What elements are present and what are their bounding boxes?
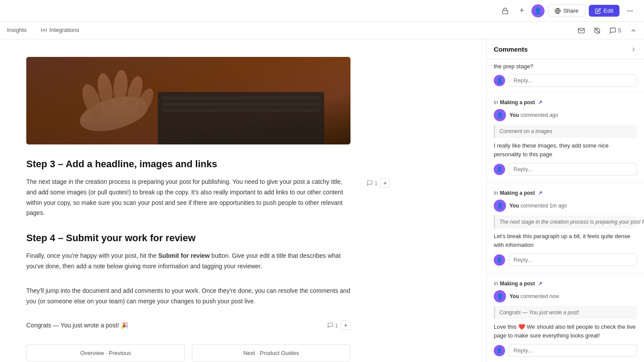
thread2-reply-row: 👤	[494, 253, 637, 266]
more-button[interactable]	[623, 4, 637, 18]
integrations-nav[interactable]: Integrations	[34, 22, 86, 39]
integrations-icon	[41, 27, 47, 33]
nav-right-actions: 5	[574, 24, 644, 38]
comment-thread-partial: the prep stage? 👤	[487, 60, 644, 92]
step4-body1-text: Finally, once you're happy with your pos…	[26, 252, 156, 259]
comment-count-badge[interactable]: 5	[606, 25, 625, 36]
congrats-comment-count: 1	[335, 322, 338, 329]
partial-comment-body: the prep stage?	[494, 63, 637, 70]
comment-bubble-icon2	[327, 322, 333, 328]
thread2-meta-text: You commented 1m ago	[510, 203, 567, 209]
insights-nav[interactable]: Insights	[0, 22, 34, 39]
step3-section: Step 3 – Add a headline, images and link…	[26, 158, 350, 218]
mail-icon	[578, 27, 585, 34]
svg-rect-0	[502, 11, 508, 14]
thread1-reply-row: 👤	[494, 163, 637, 176]
mail-icon-btn[interactable]	[574, 24, 588, 38]
toolbar-actions: + 👤 Share Edit	[498, 4, 637, 18]
step3-comment-count: 1	[375, 180, 378, 186]
thread2-meta: 👤 You commented 1m ago	[494, 200, 637, 212]
congrats-text: Congrats — You just wrote a post! 🎉	[26, 322, 128, 329]
collapse-btn[interactable]	[626, 24, 640, 38]
comments-expand-btn[interactable]	[630, 46, 637, 53]
thread2-avatar: 👤	[494, 200, 506, 212]
next-nav-btn[interactable]: Next · Product Guides	[192, 344, 350, 362]
svg-point-6	[43, 29, 45, 31]
comments-header: Comments	[487, 39, 644, 60]
edit-button[interactable]: Edit	[589, 5, 619, 17]
main-layout: Step 3 – Add a headline, images and link…	[0, 39, 644, 362]
thread2-body: Let's break this paragraph up a bit, it …	[494, 232, 637, 249]
thread2-meta-time: commented 1m ago	[520, 203, 567, 209]
thread3-context-section: Making a post ↗	[500, 281, 542, 287]
prev-nav-btn[interactable]: Overview · Previous	[26, 344, 185, 362]
thread2-quote: The next stage in the creation process i…	[494, 215, 637, 228]
edit-label: Edit	[604, 7, 613, 14]
thread3-reply-avatar: 👤	[494, 345, 505, 356]
thread1-reply-input[interactable]	[509, 163, 637, 176]
thread3-reply-row: 👤	[494, 344, 637, 357]
globe-icon	[555, 8, 561, 14]
thread1-body: I really like these images, they add som…	[494, 141, 637, 158]
step4-heading: Step 4 – Submit your work for review	[26, 232, 350, 244]
congrats-comment-btn[interactable]: 1	[327, 322, 338, 329]
step3-body: The next stage in the creation process i…	[26, 177, 350, 218]
insights-label: Insights	[7, 27, 27, 33]
thread2-context: In Making a post ↗	[494, 190, 637, 196]
timer-icon-btn[interactable]	[590, 24, 604, 38]
partial-reply-avatar: 👤	[494, 75, 505, 86]
step4-body2: They'll jump into the document and add c…	[26, 286, 350, 307]
step4-section: Step 4 – Submit your work for review Fin…	[26, 232, 350, 306]
thread1-meta-text: You commented ago	[510, 112, 558, 118]
comment-thread-3: In Making a post ↗ 👤 You commented now C…	[487, 274, 644, 362]
partial-reply-input[interactable]	[509, 74, 637, 87]
hero-image	[26, 57, 350, 144]
thread1-context-prefix: In	[494, 99, 498, 105]
integrations-label: Integrations	[50, 27, 79, 33]
thread3-meta-text: You commented now	[510, 293, 559, 299]
add-button[interactable]: +	[516, 5, 528, 17]
bottom-nav: Overview · Previous Next · Product Guide…	[26, 344, 350, 362]
hero-overlay	[26, 57, 350, 144]
edit-icon	[595, 8, 601, 14]
step4-body1: Finally, once you're happy with your pos…	[26, 251, 350, 272]
lock-button[interactable]	[498, 4, 512, 18]
secondary-nav: Insights Integrations 5	[0, 22, 644, 39]
comment-bubble-icon	[367, 180, 373, 186]
thread3-context: In Making a post ↗	[494, 281, 637, 287]
step3-add-comment[interactable]: +	[380, 178, 390, 188]
chevron-right-icon	[630, 46, 637, 53]
thread3-quote: Congrats — You just wrote a post!	[494, 306, 637, 319]
comment-count: 5	[618, 27, 621, 34]
thread3-body: Love this ❤️ We should also tell people …	[494, 323, 637, 340]
step3-comment-btn[interactable]: 1	[367, 180, 378, 186]
share-button[interactable]: Share	[548, 4, 585, 17]
thread1-context-section: Making a post ↗	[500, 99, 542, 105]
comment-thread-2: In Making a post ↗ 👤 You commented 1m ag…	[487, 183, 644, 274]
comments-title: Comments	[494, 46, 528, 53]
step3-comment-row: 1 +	[367, 178, 390, 188]
share-label: Share	[563, 7, 579, 14]
thread2-reply-input[interactable]	[509, 253, 637, 266]
thread1-meta: 👤 You commented ago	[494, 109, 637, 121]
thread1-context: In Making a post ↗	[494, 99, 637, 105]
timer-icon	[594, 27, 601, 34]
avatar: 👤	[531, 4, 545, 18]
thread3-reply-input[interactable]	[509, 344, 637, 357]
thread1-reply-avatar: 👤	[494, 164, 505, 175]
thread3-meta-time: commented now	[520, 293, 559, 299]
step4-bold-text: Submit for review	[158, 252, 209, 259]
congrats-row: Congrats — You just wrote a post! 🎉 1 +	[26, 320, 350, 330]
svg-point-4	[630, 10, 631, 11]
congrats-add-comment[interactable]: +	[341, 320, 350, 330]
chevron-up-icon	[630, 27, 637, 34]
thread1-quote: Comment on a images	[494, 125, 637, 138]
lock-icon	[502, 7, 509, 14]
thread2-reply-avatar: 👤	[494, 254, 505, 266]
partial-reply-row: 👤	[494, 74, 637, 87]
thread3-avatar: 👤	[494, 290, 506, 302]
svg-point-3	[627, 10, 629, 11]
svg-point-5	[631, 10, 633, 11]
congrats-section: Congrats — You just wrote a post! 🎉 1 +	[26, 320, 350, 330]
thread2-context-section: Making a post ↗	[500, 190, 542, 196]
